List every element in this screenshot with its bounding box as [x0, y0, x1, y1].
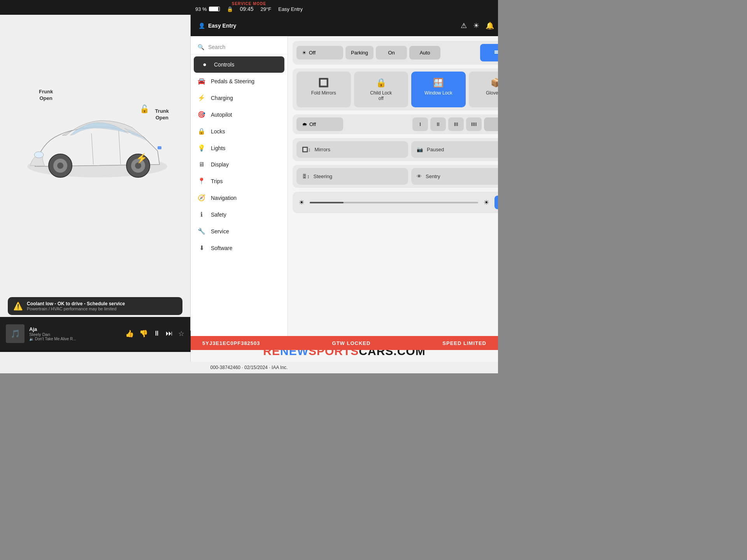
easy-entry-label: Easy Entry	[208, 23, 236, 29]
brightness-sun-icon: ☀	[484, 199, 489, 206]
song-info: Aja Steely Dan 🔉 Don't Take Me Alive R..…	[29, 326, 121, 341]
menu-item-autopilot[interactable]: 🎯 Autopilot	[191, 106, 288, 123]
display-icon: 🖥	[198, 161, 205, 168]
warning-header-icon: ⚠	[461, 21, 467, 30]
pedals-icon: 🚘	[198, 77, 205, 85]
alert-icon: ⚠️	[13, 301, 23, 311]
display-label: Display	[211, 161, 229, 168]
right-header: 👤 Easy Entry ⚠ ☀ 🔔 🎤 📶	[191, 15, 498, 36]
window-lock-icon: 🪟	[433, 78, 444, 88]
lights-hb-button[interactable]	[480, 44, 498, 61]
mirror-adjust-icon: 🔲↕	[302, 147, 311, 152]
trips-icon: 📍	[198, 177, 205, 185]
alert-subtitle: Powertrain / HVAC performance may be lim…	[27, 306, 125, 311]
next-button[interactable]: ⏭	[166, 329, 173, 338]
brightness-slider[interactable]	[310, 202, 478, 203]
song-title: Aja	[29, 326, 121, 332]
locks-label: Locks	[211, 128, 225, 135]
charge-bolt-icon: ⚡	[136, 153, 147, 164]
fold-mirrors-button[interactable]: 🔲 Fold Mirrors	[296, 72, 351, 107]
frunk-label: FrunkOpen	[39, 89, 53, 102]
wiper-speed-2-button[interactable]: II	[430, 117, 446, 131]
pause-button[interactable]: ⏸	[153, 329, 160, 338]
lights-on-button[interactable]: On	[376, 46, 407, 60]
music-controls: 👍 👎 ⏸ ⏭ ☆	[125, 329, 184, 338]
main-wrapper: FrunkOpen TrunkOpen 🔓	[0, 15, 498, 373]
software-label: Software	[211, 245, 232, 251]
sentry-button[interactable]: 👁 Sentry	[411, 168, 498, 185]
controls-panel: ☀ Off Parking On Auto	[288, 36, 498, 373]
menu-item-service[interactable]: 🔧 Service	[191, 223, 288, 240]
menu-item-controls[interactable]: ● Controls	[194, 56, 284, 73]
mirrors-button[interactable]: 🔲↕ Mirrors	[296, 141, 408, 158]
child-lock-button[interactable]: 🔒 Child Lockoff	[354, 72, 409, 107]
charging-icon: ⚡	[198, 94, 205, 102]
wiper-speed-4-button[interactable]: IIII	[466, 117, 482, 131]
lights-label: Lights	[211, 145, 225, 151]
lock-status-icon: 🔒	[227, 6, 233, 12]
mirrors-camera-row: 🔲↕ Mirrors 📷 Paused	[293, 138, 498, 161]
lights-off-button[interactable]: ☀ Off	[296, 46, 343, 60]
lights-auto-button[interactable]: Auto	[409, 46, 440, 60]
menu-item-navigation[interactable]: 🧭 Navigation	[191, 189, 288, 206]
bottom-info-text: 000-38742460 · 02/15/2024 · IAA Inc.	[210, 365, 288, 370]
wipers-auto-button[interactable]: Auto	[484, 117, 498, 131]
svg-point-9	[34, 152, 44, 158]
thumbs-up-button[interactable]: 👍	[125, 329, 134, 338]
service-icon: 🔧	[198, 228, 205, 235]
song-source: 🔉 Don't Take Me Alive R...	[29, 337, 121, 341]
sentry-label: Sentry	[426, 173, 440, 179]
lights-control-row: ☀ Off Parking On Auto	[293, 41, 498, 65]
brightness-icon: ☀	[299, 199, 304, 206]
trips-label: Trips	[211, 178, 223, 184]
glovebox-button[interactable]: 📦 Glovebox	[469, 72, 498, 107]
alert-text: Coolant low - OK to drive - Schedule ser…	[27, 301, 125, 311]
album-art-icon: 🎵	[11, 329, 20, 338]
battery-info: 93 %	[195, 6, 220, 12]
locks-icon: 🔒	[198, 128, 205, 135]
autopilot-icon: 🎯	[198, 111, 205, 118]
menu-item-locks[interactable]: 🔒 Locks	[191, 123, 288, 140]
camera-button[interactable]: 📷 Paused	[411, 141, 498, 158]
time-display: 09:45	[240, 6, 254, 12]
service-mode-label: SERVICE MODE	[232, 2, 267, 6]
lights-parking-button[interactable]: Parking	[345, 46, 374, 60]
menu-item-charging[interactable]: ⚡ Charging	[191, 89, 288, 106]
menu-item-lights[interactable]: 💡 Lights	[191, 140, 288, 156]
service-label: Service	[211, 228, 229, 234]
navigation-icon: 🧭	[198, 194, 205, 201]
favorite-button[interactable]: ☆	[178, 329, 184, 338]
child-lock-label: Child Lockoff	[370, 90, 392, 101]
menu-item-display[interactable]: 🖥 Display	[191, 156, 288, 173]
temp-display: 29°F	[261, 6, 272, 12]
search-box[interactable]: 🔍 Search	[191, 40, 288, 54]
steering-label: Steering	[314, 173, 332, 179]
window-lock-label: Window Lock	[424, 90, 452, 96]
safety-icon: ℹ	[198, 211, 205, 218]
wipers-off-button[interactable]: 🌧 Off	[296, 117, 343, 131]
sentry-icon: 👁	[417, 173, 422, 179]
brightness-auto-button[interactable]: Auto	[494, 196, 498, 209]
thumbs-down-button[interactable]: 👎	[139, 329, 148, 338]
alert-title: Coolant low - OK to drive - Schedule ser…	[27, 301, 125, 306]
left-panel: FrunkOpen TrunkOpen 🔓	[0, 15, 191, 373]
controls-icon: ●	[201, 61, 209, 68]
wipers-row: 🌧 Off I II III IIII Auto	[293, 114, 498, 134]
steering-button[interactable]: 🎛↕ Steering	[296, 168, 408, 185]
menu-item-trips[interactable]: 📍 Trips	[191, 173, 288, 189]
steering-icon: 🎛↕	[302, 173, 310, 179]
wiper-speed-1-button[interactable]: I	[412, 117, 428, 131]
wiper-speed-3-button[interactable]: III	[448, 117, 464, 131]
menu-item-pedals[interactable]: 🚘 Pedals & Steering	[191, 73, 288, 89]
bottom-status-bar: 5YJ3E1EC0PF382503 GTW LOCKED SPEED LIMIT…	[191, 336, 498, 350]
glovebox-icon: 📦	[491, 78, 498, 88]
lights-sun-icon: ☀	[302, 50, 307, 56]
music-player: 🎵 Aja Steely Dan 🔉 Don't Take Me Alive R…	[0, 317, 190, 350]
menu-item-software[interactable]: ⬇ Software	[191, 240, 288, 256]
doors-mirrors-row: 🔲 Fold Mirrors 🔒 Child Lockoff 🪟 Window …	[293, 68, 498, 110]
right-content: 🔍 Search ● Controls 🚘 Pedals & Steering …	[191, 36, 498, 373]
song-artist: Steely Dan	[29, 332, 121, 337]
alert-banner: ⚠️ Coolant low - OK to drive - Schedule …	[8, 297, 182, 315]
window-lock-button[interactable]: 🪟 Window Lock	[411, 72, 466, 107]
menu-item-safety[interactable]: ℹ Safety	[191, 206, 288, 223]
